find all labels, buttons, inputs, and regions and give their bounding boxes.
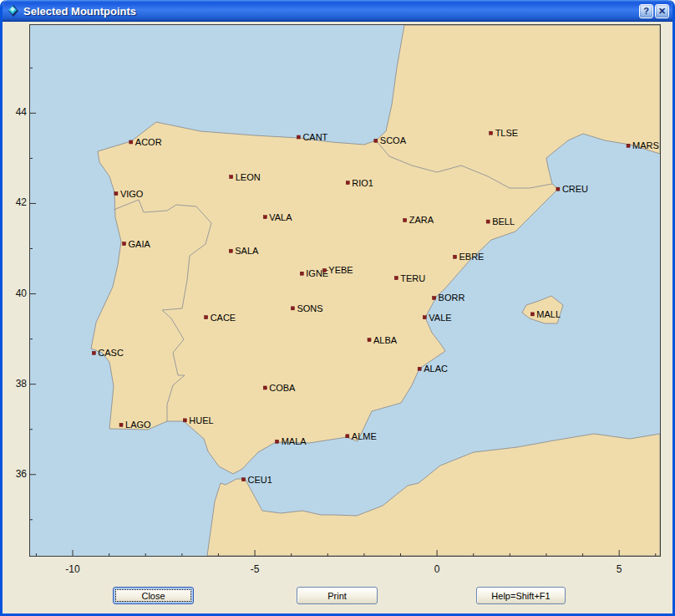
station-label-cace: CACE: [211, 313, 236, 323]
station-marker-borr: [433, 296, 436, 299]
close-button[interactable]: Close: [113, 587, 194, 604]
station-label-coba: COBA: [269, 383, 296, 393]
station-marker-vala: [263, 216, 266, 219]
y-tick-label: 38: [3, 378, 27, 389]
station-label-vigo: VIGO: [120, 189, 144, 199]
y-tick-label: 44: [3, 106, 27, 118]
station-marker-rio1: [346, 181, 349, 185]
station-marker-tlse: [490, 131, 493, 135]
station-label-gaia: GAIA: [129, 239, 151, 249]
station-marker-gaia: [123, 242, 126, 246]
station-marker-vigo: [114, 192, 118, 196]
help-titlebar-button[interactable]: ?: [639, 4, 653, 18]
station-marker-mall: [530, 313, 534, 316]
station-label-tlse: TLSE: [495, 128, 519, 138]
station-label-leon: LEON: [236, 172, 261, 182]
station-label-rio1: RIO1: [352, 178, 373, 188]
station-label-zara: ZARA: [409, 215, 434, 225]
station-marker-vale: [423, 316, 426, 319]
station-marker-bell: [486, 220, 490, 223]
station-label-mala: MALA: [282, 436, 307, 446]
station-marker-alme: [346, 435, 349, 438]
y-tick-label: 36: [3, 468, 27, 480]
close-window-button[interactable]: ✕: [655, 4, 669, 18]
print-button[interactable]: Print: [297, 587, 378, 604]
station-marker-sala: [229, 249, 232, 252]
station-label-ceu1: CEU1: [248, 475, 272, 485]
x-tick-label: 0: [420, 563, 454, 575]
station-label-teru: TERU: [400, 273, 425, 283]
station-label-acor: ACOR: [135, 137, 162, 147]
station-label-scoa: SCOA: [380, 135, 407, 145]
station-marker-yebe: [322, 268, 326, 272]
station-label-alba: ALBA: [373, 335, 398, 345]
station-label-cant: CANT: [302, 132, 327, 142]
title-bar[interactable]: Selected Mountpoints ? ✕: [3, 0, 672, 22]
station-marker-huel: [183, 419, 186, 422]
station-marker-zara: [403, 218, 407, 221]
y-tick-label: 42: [3, 196, 27, 208]
station-marker-coba: [263, 386, 266, 389]
station-label-alme: ALME: [352, 431, 377, 441]
station-marker-alba: [368, 339, 371, 342]
x-tick-label: 5: [602, 563, 636, 575]
station-marker-scoa: [374, 139, 378, 142]
window-icon: [8, 5, 19, 17]
station-marker-alac: [418, 367, 421, 370]
selected-mountpoints-dialog: Selected Mountpoints ? ✕ ACORVIGOGAIACAS…: [0, 0, 675, 616]
station-label-mars: MARS: [632, 140, 659, 150]
station-label-bell: BELL: [492, 216, 515, 227]
iberia-map: ACORVIGOGAIACASCLAGOHUELCANTLEONVALASALA…: [30, 25, 660, 556]
station-label-sons: SONS: [297, 303, 322, 313]
station-marker-mars: [627, 144, 630, 147]
station-marker-sons: [291, 307, 294, 310]
station-label-vale: VALE: [429, 313, 451, 323]
station-label-huel: HUEL: [189, 415, 213, 425]
station-label-borr: BORR: [439, 293, 465, 303]
y-tick-label: 40: [3, 288, 27, 299]
map-plot: ACORVIGOGAIACASCLAGOHUELCANTLEONVALASALA…: [29, 24, 661, 557]
station-label-yebe: YEBE: [328, 265, 353, 275]
dialog-client-area: ACORVIGOGAIACASCLAGOHUELCANTLEONVALASALA…: [3, 22, 672, 613]
station-marker-cace: [205, 316, 208, 319]
station-marker-mala: [276, 440, 279, 443]
station-marker-acor: [129, 140, 133, 144]
station-marker-leon: [230, 176, 233, 179]
station-marker-igne: [300, 272, 303, 275]
station-marker-ebre: [453, 255, 456, 258]
station-label-sala: SALA: [235, 246, 259, 256]
station-label-lago: LAGO: [125, 420, 151, 430]
station-label-casc: CASC: [98, 348, 124, 358]
station-marker-ceu1: [242, 478, 246, 481]
station-marker-casc: [92, 351, 95, 354]
help-shortcut-button[interactable]: Help=Shift+F1: [476, 587, 566, 604]
x-tick-label: -10: [56, 563, 89, 575]
station-label-vala: VALA: [269, 212, 292, 222]
station-label-ebre: EBRE: [459, 252, 484, 262]
station-marker-creu: [556, 187, 560, 191]
station-marker-lago: [119, 423, 123, 426]
station-marker-teru: [394, 277, 398, 280]
x-tick-label: -5: [238, 563, 272, 575]
window-title: Selected Mountpoints: [23, 5, 639, 18]
station-label-creu: CREU: [562, 184, 588, 194]
station-label-mall: MALL: [536, 309, 561, 319]
titlebar-buttons: ? ✕: [639, 4, 669, 18]
station-marker-cant: [297, 135, 300, 139]
station-label-alac: ALAC: [424, 364, 448, 374]
